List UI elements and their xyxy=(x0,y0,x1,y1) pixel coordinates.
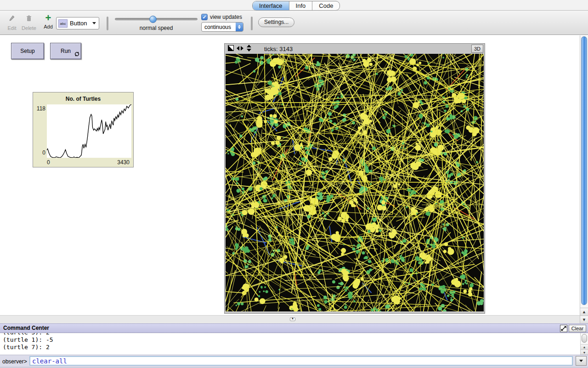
speed-slider-label: normal speed xyxy=(115,25,198,31)
command-center-title: Command Center xyxy=(3,325,49,331)
command-history-dropdown[interactable] xyxy=(576,356,587,366)
toolbar-separator xyxy=(107,17,108,30)
tab-interface[interactable]: Interface xyxy=(253,1,289,10)
update-mode-dropdown[interactable]: continuous xyxy=(201,22,243,32)
chevron-down-icon xyxy=(579,360,583,362)
forever-icon xyxy=(74,52,79,58)
top-strip: Interface Info Code xyxy=(0,0,588,10)
world-view: ticks: 3143 3D xyxy=(224,43,485,314)
scroll-up-button[interactable]: ▲ xyxy=(580,308,588,316)
command-output-line: (turtle 1): -5 xyxy=(3,336,588,344)
scrollbar-arrows: ▲ ▼ xyxy=(580,308,588,323)
command-output-line: (turtle 7): 2 xyxy=(3,344,588,351)
world-canvas[interactable] xyxy=(226,54,484,311)
command-output-lines: (turtle 5): 2 (turtle 1): -5 (turtle 7):… xyxy=(0,333,588,351)
speed-slider: normal speed xyxy=(115,14,198,31)
scrollbar-thumb[interactable] xyxy=(581,36,587,305)
main-vertical-scrollbar[interactable]: ▲ ▼ xyxy=(580,35,588,323)
stepper-arrows-icon xyxy=(236,23,243,31)
command-output-line: (turtle 5): 2 xyxy=(3,333,588,336)
command-center-header: Command Center Clear xyxy=(0,323,588,333)
command-input-row: observer> xyxy=(0,355,588,367)
delete-label: Delete xyxy=(20,25,38,31)
scrollbar-arrows: ▲ ▼ xyxy=(581,344,588,355)
command-output-scrollbar[interactable]: ▲ ▼ xyxy=(580,333,588,355)
add-button[interactable]: + Add xyxy=(41,14,55,29)
view-updates-label: view updates xyxy=(210,14,242,20)
interface-canvas: Setup Run No. of Turtles 118 0 0 3430 xyxy=(0,35,580,315)
widget-type-dropdown[interactable]: abc Button xyxy=(56,17,99,29)
vertical-arrows-icon[interactable] xyxy=(246,45,252,53)
run-button[interactable]: Run xyxy=(50,43,81,59)
speed-slider-track[interactable] xyxy=(115,18,198,20)
splitter-grip[interactable]: ▲ xyxy=(290,317,295,321)
delete-button: Delete xyxy=(20,14,38,31)
pencil-icon xyxy=(8,14,16,23)
widget-type-label: Button xyxy=(70,20,92,27)
toolbar: Edit Delete + Add abc Button normal spee… xyxy=(0,10,588,35)
ticks-counter: ticks: 3143 xyxy=(264,46,293,52)
plot-x-min-label: 0 xyxy=(47,159,50,166)
speed-slider-thumb[interactable] xyxy=(149,16,157,23)
clear-button[interactable]: Clear xyxy=(569,325,586,332)
command-center: Command Center Clear (turtle 5): 2 (turt… xyxy=(0,323,588,368)
command-input[interactable] xyxy=(29,356,573,366)
scrollbar-thumb[interactable] xyxy=(582,334,587,343)
edit-button: Edit xyxy=(6,14,18,31)
splitter-divider[interactable]: ▲ xyxy=(0,315,580,323)
button-widget-icon: abc xyxy=(58,19,68,28)
plot-y-min-label: 0 xyxy=(33,150,45,156)
view-size-icon[interactable] xyxy=(228,45,234,53)
add-label: Add xyxy=(41,24,55,29)
settings-button[interactable]: Settings... xyxy=(258,17,294,27)
observer-prompt: observer> xyxy=(2,358,27,365)
view-updates-checkbox[interactable]: ✓ xyxy=(201,14,208,20)
trash-icon xyxy=(25,14,33,23)
scroll-down-button[interactable]: ▼ xyxy=(580,316,588,323)
view-updates-control: ✓ view updates xyxy=(201,14,242,20)
plot-widget: No. of Turtles 118 0 0 3430 xyxy=(33,92,134,167)
plus-icon: + xyxy=(45,12,51,23)
plot-title: No. of Turtles xyxy=(33,96,133,102)
tab-code[interactable]: Code xyxy=(312,1,339,10)
world-view-header: ticks: 3143 3D xyxy=(225,44,485,54)
plot-area xyxy=(47,104,131,158)
run-label: Run xyxy=(61,48,71,54)
tab-info[interactable]: Info xyxy=(289,1,312,10)
3d-button[interactable]: 3D xyxy=(471,45,483,53)
scroll-down-button[interactable]: ▼ xyxy=(581,350,588,355)
setup-button[interactable]: Setup xyxy=(11,43,44,59)
netlogo-window: Interface Info Code Edit Delete + Add ab… xyxy=(0,0,588,368)
command-output[interactable]: (turtle 5): 2 (turtle 1): -5 (turtle 7):… xyxy=(0,333,588,355)
edit-label: Edit xyxy=(6,25,18,31)
plot-y-max-label: 118 xyxy=(33,105,45,112)
expand-icon[interactable] xyxy=(560,325,567,332)
scroll-up-button[interactable]: ▲ xyxy=(581,344,588,350)
horizontal-arrows-icon[interactable] xyxy=(237,45,243,53)
plot-x-max-label: 3430 xyxy=(117,159,130,166)
update-mode-value: continuous xyxy=(202,24,236,30)
tab-bar: Interface Info Code xyxy=(252,1,340,11)
plot-line-svg xyxy=(47,104,131,158)
world-display[interactable] xyxy=(226,54,484,311)
chevron-down-icon xyxy=(92,22,96,24)
toolbar-separator xyxy=(251,17,253,30)
